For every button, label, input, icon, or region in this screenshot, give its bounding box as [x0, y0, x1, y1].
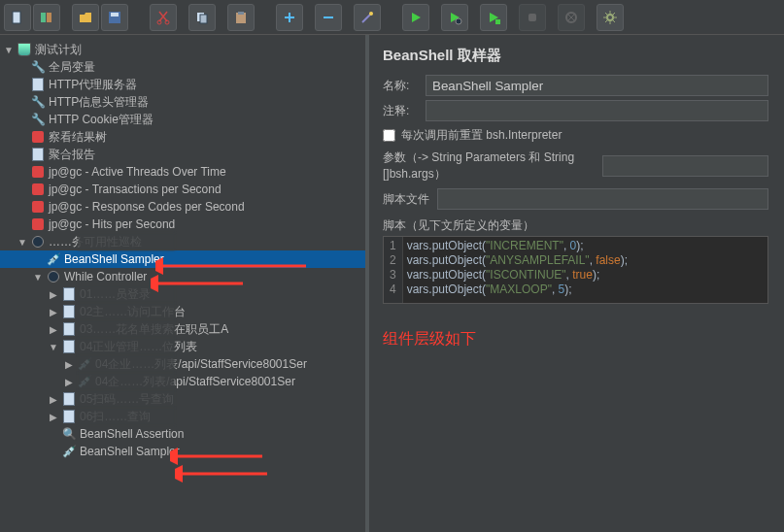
tree-item[interactable]: 察看结果树 — [0, 128, 365, 146]
tree-item[interactable]: ▶02主……访问工作台 — [0, 303, 365, 320]
tree-item-label: BeanShell Sampler — [80, 445, 180, 458]
tree-item-label: 04正业管理……位列表 — [80, 339, 197, 355]
svg-rect-8 — [200, 15, 207, 23]
tree-item[interactable]: jp@gc - Hits per Second — [0, 216, 365, 233]
tree-item-label: 05扫码……号查询 — [80, 391, 174, 408]
svg-point-16 — [607, 15, 613, 20]
toolbar-shutdown[interactable] — [558, 4, 585, 31]
toolbar-copy[interactable] — [188, 4, 216, 31]
tree-item[interactable]: 💉BeanShell Sampler — [0, 250, 365, 268]
tree-item-label: 察看结果树 — [49, 129, 107, 146]
svg-rect-10 — [238, 12, 244, 15]
toolbar-cut[interactable] — [150, 4, 177, 31]
tree-item[interactable]: jp@gc - Transactions per Second — [0, 181, 365, 198]
svg-point-11 — [369, 12, 373, 16]
tree-item-label: jp@gc - Hits per Second — [49, 217, 175, 231]
scriptfile-label: 脚本文件 — [383, 191, 429, 208]
name-label: 名称: — [383, 78, 426, 94]
comment-input[interactable] — [426, 100, 768, 121]
toolbar-open[interactable] — [72, 4, 99, 31]
tree-item-label: HTTP Cookie管理器 — [49, 112, 153, 128]
svg-rect-14 — [528, 14, 536, 21]
script-label: 脚本（见下文所定义的变量） — [383, 217, 784, 234]
tree-item-label: BeanShell Sampler — [64, 252, 164, 266]
svg-rect-1 — [41, 13, 46, 22]
tree-item-label: 03……花名单搜索在职员工A — [80, 321, 228, 338]
reset-checkbox[interactable] — [383, 129, 395, 142]
toolbar-stop[interactable] — [519, 4, 546, 31]
tree-item-label: HTTP代理服务器 — [49, 77, 137, 93]
tree-item[interactable]: ▼04正业管理……位列表 — [0, 338, 365, 355]
tree-item[interactable]: 🔧HTTP信息头管理器 — [0, 93, 365, 111]
name-input[interactable] — [426, 75, 768, 96]
tree-item-label: 02主……访问工作台 — [80, 304, 186, 320]
panel-title: BeanShell 取样器 — [383, 47, 784, 65]
tree-item-label: ……务可用性巡检 — [49, 234, 142, 250]
script-editor[interactable]: 1234 vars.putObject("INCREMENT", 0);vars… — [383, 236, 768, 304]
tree-item[interactable]: 💉BeanShell Sampler — [0, 443, 365, 460]
toolbar-run-noTimer[interactable] — [441, 4, 468, 31]
toolbar-add[interactable] — [276, 4, 303, 31]
toolbar-gear[interactable] — [597, 4, 624, 31]
tree-item-label: HTTP信息头管理器 — [49, 94, 149, 111]
toolbar-templates[interactable] — [33, 4, 60, 31]
reset-label: 每次调用前重置 bsh.Interpreter — [401, 127, 562, 144]
annotation-text: 组件层级如下 — [383, 329, 784, 349]
toolbar-run-green[interactable] — [480, 4, 507, 31]
tree-item-label: 04企业……列表/api/StaffService8001Ser — [95, 356, 307, 373]
tree-item-label: 04企……列表/api/StaffService8001Ser — [95, 374, 295, 390]
tree-item-label: jp@gc - Response Codes per Second — [49, 200, 245, 214]
tree-item[interactable]: ▶💉04企业……列表/api/StaffService8001Ser — [0, 355, 365, 373]
tree-item-label: jp@gc - Active Threads Over Time — [49, 165, 226, 179]
svg-rect-13 — [495, 19, 500, 24]
comment-label: 注释: — [383, 103, 426, 119]
params-input[interactable] — [602, 155, 768, 177]
tree-item[interactable]: ▶03……花名单搜索在职员工A — [0, 320, 365, 338]
tree-item-label: 01……员登录 — [80, 286, 151, 303]
tree-item[interactable]: ▶💉04企……列表/api/StaffService8001Ser — [0, 373, 365, 390]
tree-panel: ▼测试计划🔧全局变量HTTP代理服务器🔧HTTP信息头管理器🔧HTTP Cook… — [0, 35, 369, 532]
params-label: 参数（-> String Parameters 和 String []bsh.a… — [383, 150, 595, 183]
tree-item[interactable]: ▶05扫码……号查询 — [0, 390, 365, 408]
toolbar-remove[interactable] — [315, 4, 342, 31]
toolbar-paste[interactable] — [227, 4, 255, 31]
tree-item[interactable]: HTTP代理服务器 — [0, 76, 365, 93]
tree-item-label: While Controller — [64, 270, 147, 283]
svg-rect-2 — [47, 13, 51, 22]
tree-item[interactable]: ▶01……员登录 — [0, 285, 365, 303]
tree-item-label: 06扫……查询 — [80, 409, 151, 425]
tree-item[interactable]: jp@gc - Active Threads Over Time — [0, 163, 365, 181]
toolbar-new[interactable] — [4, 4, 31, 31]
tree-item[interactable]: ▼While Controller — [0, 268, 365, 285]
tree-item-label: jp@gc - Transactions per Second — [49, 183, 222, 196]
tree-item-label: 聚合报告 — [49, 147, 95, 163]
svg-rect-0 — [13, 12, 20, 23]
tree-item[interactable]: ▼……务可用性巡检 — [0, 233, 365, 250]
toolbar-wand[interactable] — [354, 4, 381, 31]
tree-item-label: BeanShell Assertion — [80, 427, 184, 441]
tree-root[interactable]: ▼测试计划 — [0, 41, 365, 58]
tree-item[interactable]: 聚合报告 — [0, 146, 365, 163]
toolbar-save[interactable] — [101, 4, 128, 31]
tree-item[interactable]: 🔧HTTP Cookie管理器 — [0, 111, 365, 128]
tree-item[interactable]: 🔧全局变量 — [0, 58, 365, 76]
svg-rect-4 — [111, 13, 119, 17]
detail-panel: BeanShell 取样器 名称: 注释: 每次调用前重置 bsh.Interp… — [369, 35, 784, 532]
toolbar — [0, 0, 784, 35]
tree-item[interactable]: ▶06扫……查询 — [0, 408, 365, 425]
tree-item-label: 全局变量 — [49, 59, 95, 76]
svg-point-12 — [456, 18, 461, 24]
tree-item[interactable]: 🔍BeanShell Assertion — [0, 425, 365, 443]
toolbar-run[interactable] — [402, 4, 429, 31]
tree-item[interactable]: jp@gc - Response Codes per Second — [0, 198, 365, 216]
scriptfile-input[interactable] — [437, 188, 768, 210]
